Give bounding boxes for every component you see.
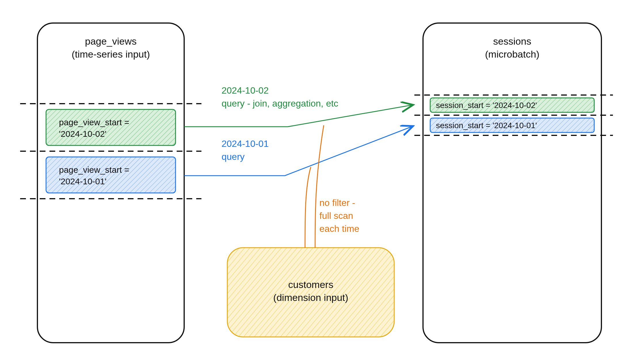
arrow-orange-left <box>305 167 311 248</box>
sessions-title-2: (microbatch) <box>485 49 540 60</box>
annot-blue-2: query <box>222 151 245 162</box>
arrow-blue <box>184 127 411 176</box>
sessions-container: sessions (microbatch) session_start = '2… <box>414 23 613 343</box>
annot-green-2: query - join, aggregation, etc <box>222 98 338 109</box>
annot-green-1: 2024-10-02 <box>222 85 269 96</box>
customers-title-1: customers <box>288 279 334 290</box>
annot-blue-1: 2024-10-01 <box>222 139 269 149</box>
page-views-partition-green <box>46 109 176 145</box>
sessions-green-label: session_start = '2024-10-02' <box>436 101 537 110</box>
annot-orange-1: no filter - <box>319 198 355 208</box>
annot-orange-3: each time <box>319 223 359 234</box>
page-views-green-label-2: '2024-10-02' <box>59 129 106 139</box>
customers-container: customers (dimension input) <box>227 248 394 337</box>
page-views-partition-blue <box>46 157 176 193</box>
page-views-blue-label-2: '2024-10-01' <box>59 177 106 186</box>
page-views-title-2: (time-series input) <box>72 49 150 60</box>
annot-orange-2: full scan <box>319 211 353 221</box>
sessions-blue-label: session_start = '2024-10-01' <box>436 121 537 130</box>
page-views-container: page_views (time-series input) page_view… <box>20 23 201 343</box>
sessions-box <box>423 23 601 343</box>
page-views-title-1: page_views <box>85 36 137 47</box>
customers-title-2: (dimension input) <box>273 292 348 303</box>
page-views-green-label-1: page_view_start = <box>59 117 129 127</box>
sessions-title-1: sessions <box>493 36 531 47</box>
microbatch-diagram: page_views (time-series input) page_view… <box>0 0 644 364</box>
page-views-blue-label-1: page_view_start = <box>59 165 129 175</box>
